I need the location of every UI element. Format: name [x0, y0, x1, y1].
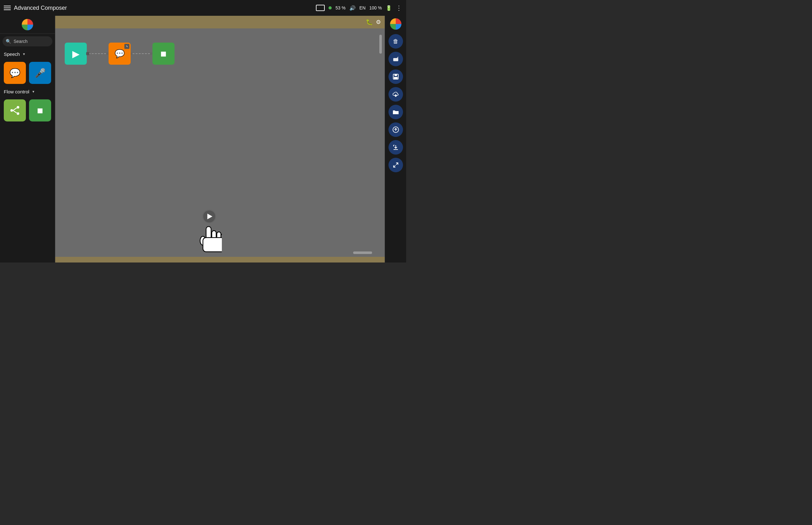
svg-line-3 [13, 108, 17, 110]
save-button[interactable] [389, 70, 403, 84]
palette-button[interactable] [0, 16, 55, 34]
start-node[interactable]: ▶ [65, 43, 87, 65]
display-percent-label: 100 % [369, 5, 382, 11]
speech-port-left [106, 52, 108, 55]
cursor-hand-wrapper [197, 225, 222, 258]
right-palette-btn[interactable] [390, 18, 402, 30]
svg-point-2 [17, 112, 19, 115]
sidebar-item-speech[interactable]: Speech ▼ [0, 49, 55, 59]
battery-percent-label: 53 % [335, 5, 346, 11]
svg-line-4 [13, 110, 17, 113]
palette-icon [22, 19, 33, 30]
canvas-wrapper: 🐛 ⚙ ▶ [55, 16, 385, 262]
share-icon [9, 105, 20, 116]
speech-blocks: 💬 🎤 [0, 59, 55, 87]
download-save-button[interactable] [389, 87, 403, 102]
chevron-down-icon-flow: ▼ [32, 90, 35, 93]
edit-badge: ✎ [124, 44, 130, 49]
volume-icon: 🔊 [349, 5, 356, 11]
expand-icon [392, 162, 399, 168]
canvas-topbar: 🐛 ⚙ [55, 16, 385, 28]
upload-button[interactable] [389, 122, 403, 137]
import-button[interactable] [389, 140, 403, 154]
flow-control-blocks: ■ [0, 97, 55, 124]
play-triangle-icon [207, 214, 212, 219]
save-icon [392, 73, 399, 80]
speech-block[interactable]: 💬 [4, 62, 26, 84]
connector-2 [133, 53, 150, 54]
vertical-scrollbar[interactable] [379, 28, 382, 257]
hand-cursor-icon [197, 225, 222, 256]
flow-control-category-label: Flow control [4, 89, 29, 94]
upload-icon [392, 126, 399, 133]
search-bar[interactable]: 🔍 Search [2, 36, 52, 46]
eraser-icon [392, 56, 399, 62]
chevron-down-icon: ▼ [22, 52, 26, 56]
stop-node-group: ■ [150, 43, 175, 65]
stop-node[interactable]: ■ [152, 43, 175, 65]
speech-category-label: Speech [4, 51, 20, 57]
folder-icon [392, 108, 399, 116]
trash-icon: 🗑 [393, 38, 399, 45]
stop-node-icon: ■ [160, 48, 166, 60]
topbar: Advanced Composer 53 % 🔊 EN 100 % 🔋 ⋮ [0, 0, 406, 16]
mic-block-icon: 🎤 [35, 68, 46, 78]
import-icon [392, 144, 399, 151]
eraser-button[interactable] [389, 52, 403, 66]
settings-icon[interactable]: ⚙ [376, 19, 381, 26]
main-layout: 🔍 Search Speech ▼ 💬 🎤 Flow control ▼ [0, 16, 406, 262]
flow-nodes: ▶ 💬 ✎ [65, 43, 175, 65]
svg-point-0 [11, 109, 13, 112]
stop-block[interactable]: ■ [29, 100, 51, 121]
svg-marker-12 [397, 57, 398, 58]
dash-line-2 [133, 53, 150, 54]
play-button[interactable] [202, 210, 216, 223]
start-node-icon: ▶ [72, 48, 79, 59]
right-sidebar: 🗑 [385, 16, 406, 262]
status-dot [329, 6, 332, 10]
stop-port-left [150, 52, 152, 55]
svg-rect-10 [203, 238, 222, 252]
expand-button[interactable] [389, 158, 403, 172]
svg-point-1 [17, 106, 19, 108]
language-label: EN [359, 5, 365, 11]
cloud-save-icon [392, 91, 399, 98]
debug-icon[interactable]: 🐛 [366, 19, 373, 26]
scrollbar-thumb-v [379, 35, 382, 54]
speech-node-group: 💬 ✎ [106, 43, 133, 65]
screen-icon [316, 5, 325, 11]
trash-button[interactable]: 🗑 [389, 34, 403, 49]
speech-block-icon: 💬 [10, 68, 20, 78]
svg-rect-15 [394, 77, 397, 79]
svg-rect-11 [393, 58, 398, 61]
app-title: Advanced Composer [14, 5, 313, 11]
speech-node[interactable]: 💬 ✎ [108, 43, 131, 65]
speech-node-icon: 💬 [115, 49, 125, 59]
search-label: Search [14, 39, 28, 44]
battery-icon: 🔋 [386, 5, 392, 11]
stop-block-icon: ■ [37, 105, 43, 117]
sidebar-item-flow-control[interactable]: Flow control ▼ [0, 87, 55, 97]
left-sidebar: 🔍 Search Speech ▼ 💬 🎤 Flow control ▼ [0, 16, 55, 262]
connector-1 [89, 53, 106, 54]
folder-button[interactable] [389, 105, 403, 119]
search-icon: 🔍 [6, 39, 11, 44]
topbar-right: 53 % 🔊 EN 100 % 🔋 ⋮ [316, 4, 402, 12]
dash-line-1 [89, 53, 106, 54]
menu-icon[interactable] [4, 6, 11, 10]
mic-block[interactable]: 🎤 [29, 62, 51, 84]
share-block[interactable] [4, 100, 26, 121]
bottom-overlay [55, 210, 363, 258]
svg-rect-14 [394, 74, 397, 76]
more-icon[interactable]: ⋮ [396, 4, 402, 12]
